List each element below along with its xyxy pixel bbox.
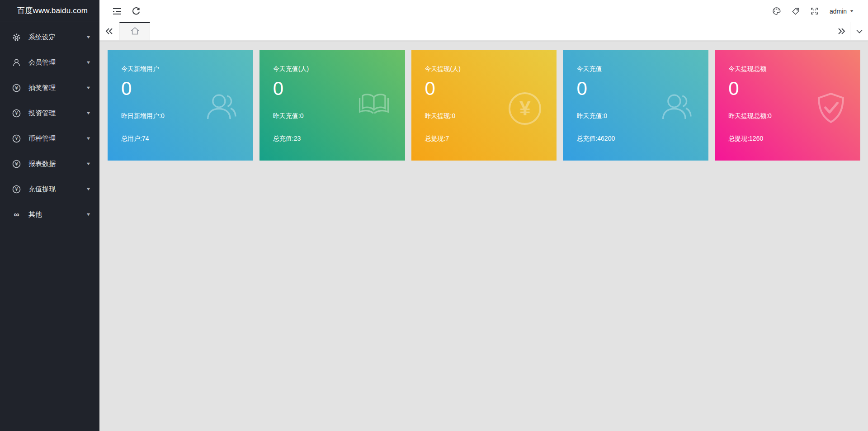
chevrons-left-icon[interactable] [99,22,119,40]
sidebar-item-label: 抽奖管理 [28,84,86,92]
users-icon [205,92,238,121]
tab-bar [99,22,868,41]
chevron-down-icon: ▼ [86,136,91,141]
sidebar-item-label: 其他 [28,210,86,219]
sidebar-item-label: 币种管理 [28,134,86,143]
card-subtext: 总用户:74 [121,135,253,143]
yen-circle-icon: ¥ [509,92,541,125]
card-title: 今天提现总额 [728,65,860,73]
svg-text:¥: ¥ [15,110,18,116]
sidebar: 百度www.baidu.com 系统设定 ▼ 会员管理 ▼ ¥ 抽奖管理 ▼ [0,0,99,431]
chevron-down-icon: ▼ [849,9,854,13]
sidebar-item-currency[interactable]: ¥ 币种管理 ▼ [0,126,99,151]
chevron-down-icon: ▼ [86,60,91,65]
sidebar-item-label: 投资管理 [28,109,86,118]
stat-card-new-users: 今天新增用户 0 昨日新增用户:0 总用户:74 [108,50,253,161]
chevron-down-icon: ▼ [86,85,91,90]
chevron-down-icon: ▼ [86,161,91,166]
tag-icon[interactable] [786,0,805,22]
stat-card-recharge-people: 今天充值(人) 0 昨天充值:0 总充值:23 [259,50,405,161]
card-subtext: 总提现:7 [425,135,557,143]
sidebar-item-label: 报表数据 [28,160,86,168]
svg-text:¥: ¥ [15,85,18,91]
stat-card-recharge-total-today: 今天充值 0 昨天充值:0 总充值:46200 [563,50,708,161]
stat-cards-row: 今天新增用户 0 昨日新增用户:0 总用户:74 今天充值(人) 0 昨天充值:… [108,50,860,161]
card-subtext: 总充值:23 [273,135,405,143]
card-title: 今天充值 [576,65,708,73]
svg-text:¥: ¥ [15,186,18,192]
card-title: 今天新增用户 [121,65,253,73]
sidebar-nav: 系统设定 ▼ 会员管理 ▼ ¥ 抽奖管理 ▼ ¥ 投资管理 ▼ [0,22,99,227]
sidebar-item-label: 充值提现 [28,185,86,194]
refresh-icon[interactable] [127,0,146,22]
indent-menu-icon[interactable] [108,0,127,22]
stat-card-withdraw-people: 今天提现(人) 0 昨天提现:0 总提现:7 ¥ [411,50,557,161]
palette-icon[interactable] [767,0,786,22]
chevrons-right-icon[interactable] [832,22,850,40]
chevron-down-icon[interactable] [850,22,868,40]
chevron-down-icon: ▼ [86,111,91,115]
card-subtext: 总提现:1260 [728,135,860,143]
sidebar-item-other[interactable]: ∞ 其他 ▼ [0,202,99,227]
yen-circle-icon: ¥ [12,84,21,92]
top-toolbar: admin ▼ [99,0,868,22]
app-logo: 百度www.baidu.com [0,0,99,22]
username-label: admin [830,8,847,15]
user-menu[interactable]: admin ▼ [824,0,863,22]
sidebar-item-members[interactable]: 会员管理 ▼ [0,50,99,75]
fullscreen-icon[interactable] [805,0,824,22]
chevron-down-icon: ▼ [86,35,91,39]
sidebar-item-reports[interactable]: ¥ 报表数据 ▼ [0,151,99,176]
tab-home[interactable] [119,22,150,40]
shield-check-icon [817,92,845,124]
tabbar-right-controls [832,22,868,40]
svg-text:¥: ¥ [15,161,18,167]
yen-circle-icon: ¥ [12,134,21,143]
chevron-down-icon: ▼ [86,187,91,191]
stat-card-withdraw-amount: 今天提现总额 0 昨天提现总额:0 总提现:1260 [715,50,860,161]
infinity-icon: ∞ [12,210,21,219]
content-area: 今天新增用户 0 昨日新增用户:0 总用户:74 今天充值(人) 0 昨天充值:… [99,41,868,431]
chevron-down-icon: ▼ [86,212,91,217]
users-icon [660,92,693,121]
gear-icon [12,33,21,42]
card-title: 今天充值(人) [273,65,405,73]
sidebar-item-investment[interactable]: ¥ 投资管理 ▼ [0,100,99,126]
sidebar-item-recharge-withdraw[interactable]: ¥ 充值提现 ▼ [0,176,99,202]
user-icon [12,58,21,67]
svg-text:¥: ¥ [15,136,18,142]
yen-circle-icon: ¥ [12,185,21,194]
sidebar-item-label: 系统设定 [28,33,86,42]
main-area: admin ▼ 今天新增用户 0 昨日 [99,0,868,431]
home-icon [130,27,140,37]
card-title: 今天提现(人) [425,65,557,73]
card-subtext: 总充值:46200 [576,135,708,143]
sidebar-item-system-settings[interactable]: 系统设定 ▼ [0,24,99,50]
yen-circle-icon: ¥ [12,160,21,168]
sidebar-item-label: 会员管理 [28,58,86,67]
sidebar-item-lottery[interactable]: ¥ 抽奖管理 ▼ [0,75,99,100]
open-book-icon [358,92,390,116]
yen-circle-icon: ¥ [12,109,21,118]
